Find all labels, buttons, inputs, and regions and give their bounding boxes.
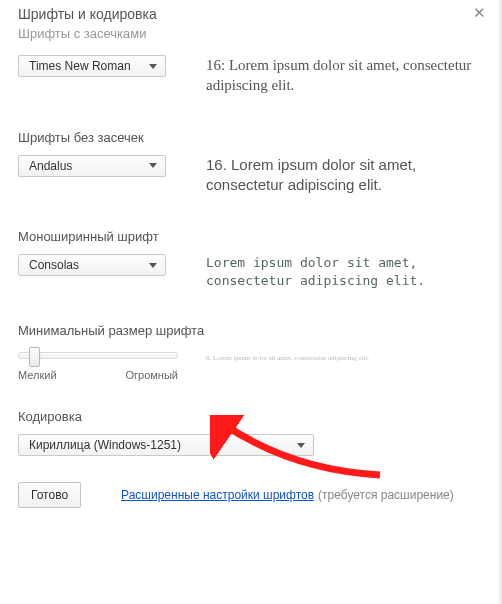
minsize-slider[interactable] xyxy=(18,352,178,359)
serif-section: Times New Roman 16: Lorem ipsum dolor si… xyxy=(18,55,483,96)
slider-max-label: Огромный xyxy=(126,369,179,381)
minsize-section: Минимальный размер шрифта Мелкий Огромны… xyxy=(18,323,483,381)
advanced-fonts-hint: (требуется расширение) xyxy=(318,488,454,502)
sans-font-select[interactable]: Andalus xyxy=(18,155,166,177)
sans-section: Шрифты без засечек Andalus 16. Lorem ips… xyxy=(18,130,483,196)
slider-thumb[interactable] xyxy=(29,347,40,367)
footer: Готово Расширенные настройки шрифтов (тр… xyxy=(18,482,483,508)
slider-min-label: Мелкий xyxy=(18,369,57,381)
mono-font-value: Consolas xyxy=(29,258,79,272)
encoding-value: Кириллица (Windows-1251) xyxy=(29,438,181,452)
fonts-encoding-panel: Шрифты и кодировка Шрифты с засечками Ti… xyxy=(0,0,502,604)
serif-font-select[interactable]: Times New Roman xyxy=(18,55,166,77)
dropdown-icon xyxy=(149,64,157,69)
encoding-section-label: Кодировка xyxy=(18,409,483,424)
encoding-section: Кодировка Кириллица (Windows-1251) xyxy=(18,409,483,456)
mono-section: Моноширинный шрифт Consolas Lorem ipsum … xyxy=(18,229,483,289)
mono-font-select[interactable]: Consolas xyxy=(18,254,166,276)
sans-font-value: Andalus xyxy=(29,159,72,173)
sans-section-label: Шрифты без засечек xyxy=(18,130,483,145)
dropdown-icon xyxy=(297,443,305,448)
serif-preview: 16: Lorem ipsum dolor sit amet, consecte… xyxy=(206,55,483,96)
sans-preview: 16. Lorem ipsum dolor sit amet, consecte… xyxy=(206,155,483,196)
panel-title: Шрифты и кодировка xyxy=(18,6,483,22)
encoding-select[interactable]: Кириллица (Windows-1251) xyxy=(18,434,314,456)
done-button[interactable]: Готово xyxy=(18,482,81,508)
mono-preview: Lorem ipsum dolor sit amet, consectetur … xyxy=(206,254,483,289)
dropdown-icon xyxy=(149,263,157,268)
minsize-section-label: Минимальный размер шрифта xyxy=(18,323,483,338)
serif-font-value: Times New Roman xyxy=(29,59,131,73)
advanced-fonts-link[interactable]: Расширенные настройки шрифтов xyxy=(121,488,314,502)
mono-section-label: Моноширинный шрифт xyxy=(18,229,483,244)
serif-section-label: Шрифты с засечками xyxy=(18,26,483,41)
dropdown-icon xyxy=(149,163,157,168)
close-button[interactable]: ✕ xyxy=(467,4,492,21)
minsize-preview: 6. Lorem ipsum dolor sit amet, consectet… xyxy=(206,354,483,363)
close-icon: ✕ xyxy=(473,4,486,21)
